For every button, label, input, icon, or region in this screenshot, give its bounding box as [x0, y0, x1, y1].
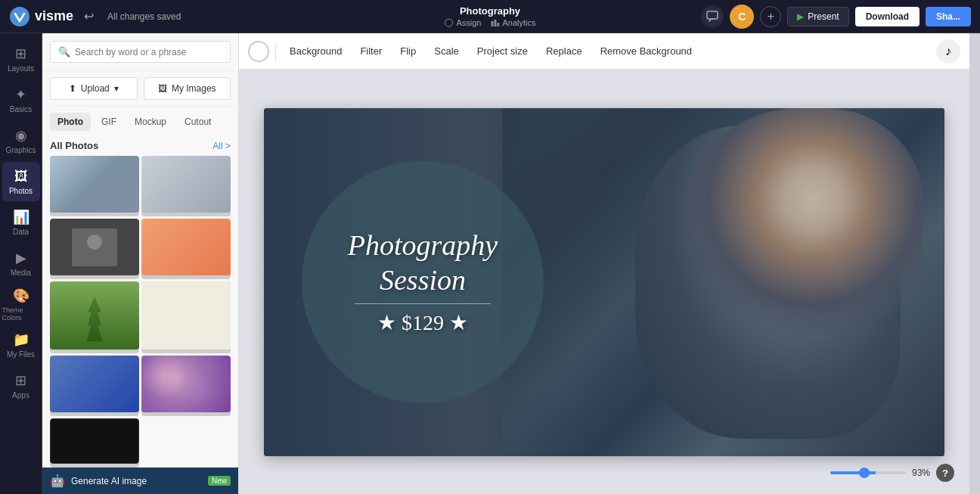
canvas-title: Photography Session [348, 228, 498, 297]
doc-title-text: Photography [444, 5, 535, 17]
analytics-link[interactable]: Analytics [491, 18, 536, 27]
tab-photo[interactable]: Photo [50, 113, 91, 131]
right-scrollbar[interactable] [969, 33, 980, 494]
logo: visme [9, 6, 73, 27]
left-panel: 🔍 ⬆ Upload ▾ 🖼 My Images Photo GIF Mocku… [42, 33, 239, 494]
panel-tabs: Photo GIF Mockup Cutout [42, 107, 238, 137]
add-button[interactable]: + [760, 6, 781, 27]
list-item[interactable] [141, 281, 231, 353]
panel-section-header: All Photos All > [42, 137, 238, 156]
photo-woman-area [502, 108, 944, 456]
sidebar-item-basics[interactable]: ✦ Basics [2, 80, 40, 120]
data-label: Data [13, 228, 29, 236]
my-images-button[interactable]: 🖼 My Images [144, 77, 231, 100]
sidebar-item-graphics[interactable]: ◉ Graphics [2, 121, 40, 160]
my-files-label: My Files [7, 350, 35, 359]
visme-logo-icon [9, 6, 30, 27]
zoom-bar: 93% ? [830, 464, 954, 482]
list-item[interactable] [141, 219, 231, 279]
list-item[interactable] [50, 219, 139, 279]
apps-label: Apps [12, 391, 29, 399]
tab-mockup[interactable]: Mockup [127, 113, 174, 131]
share-button[interactable]: Sha... [926, 7, 971, 26]
data-icon: 📊 [13, 209, 29, 225]
list-item[interactable] [141, 356, 231, 416]
topbar: visme ↩ All changes saved Photography As… [0, 0, 980, 33]
sidebar-item-my-files[interactable]: 📁 My Files [2, 325, 40, 365]
filter-button[interactable]: Filter [352, 42, 389, 61]
help-button[interactable]: ? [936, 464, 954, 482]
svg-rect-5 [707, 11, 718, 19]
theme-colors-icon: 🎨 [13, 287, 29, 304]
tab-gif[interactable]: GIF [94, 113, 124, 131]
user-avatar[interactable]: C [730, 5, 754, 29]
project-size-button[interactable]: Project size [470, 42, 535, 61]
undo-button[interactable]: ↩ [81, 6, 97, 26]
flip-button[interactable]: Flip [392, 42, 423, 61]
panel-actions: ⬆ Upload ▾ 🖼 My Images [42, 71, 238, 107]
ai-icon: 🤖 [50, 474, 65, 488]
sidebar-item-apps[interactable]: ⊞ Apps [2, 366, 40, 405]
search-box: 🔍 [50, 41, 231, 63]
svg-point-0 [10, 7, 29, 26]
top-toolbar: Background Filter Flip Scale Project siz… [239, 33, 969, 70]
panel-search: 🔍 [42, 33, 238, 71]
remove-background-button[interactable]: Remove Background [593, 42, 699, 61]
download-button[interactable]: Download [855, 7, 920, 26]
list-item[interactable] [50, 281, 139, 353]
play-icon: ▶ [797, 11, 804, 22]
svg-rect-4 [498, 23, 500, 26]
upload-button[interactable]: ⬆ Upload ▾ [50, 77, 138, 100]
section-all-link[interactable]: All > [212, 141, 231, 151]
background-button[interactable]: Background [282, 42, 349, 61]
sidebar-item-data[interactable]: 📊 Data [2, 203, 40, 242]
theme-colors-label: Theme Colors [2, 306, 40, 322]
icon-sidebar: ⊞ Layouts ✦ Basics ◉ Graphics 🖼 Photos 📊… [0, 33, 42, 494]
chat-button[interactable] [701, 5, 724, 28]
list-item[interactable] [50, 356, 139, 416]
assign-link[interactable]: Assign [444, 18, 481, 27]
graphics-label: Graphics [5, 146, 36, 154]
sidebar-item-layouts[interactable]: ⊞ Layouts [2, 39, 40, 79]
ai-generate-bar[interactable]: 🤖 Generate AI image New [42, 468, 238, 494]
list-item[interactable] [50, 156, 139, 216]
svg-point-1 [445, 19, 452, 26]
scale-button[interactable]: Scale [426, 42, 467, 61]
ai-new-badge: New [208, 476, 231, 486]
present-button[interactable]: ▶ Present [787, 7, 848, 26]
upload-chevron-icon: ▾ [114, 83, 119, 94]
canvas-circle-overlay: Photography Session ★ $129 ★ [302, 161, 544, 403]
sidebar-item-media[interactable]: ▶ Media [2, 244, 40, 283]
canvas-divider [355, 303, 491, 304]
photos-icon: 🖼 [14, 169, 28, 185]
svg-rect-3 [495, 20, 497, 26]
layouts-label: Layouts [8, 64, 34, 73]
visme-logo-text: visme [35, 8, 73, 24]
replace-button[interactable]: Replace [538, 42, 590, 61]
basics-label: Basics [10, 105, 32, 113]
sidebar-item-photos[interactable]: 🖼 Photos [2, 162, 40, 201]
music-button[interactable]: ♪ [936, 39, 960, 64]
music-icon: ♪ [945, 45, 951, 58]
canvas-area: Background Filter Flip Scale Project siz… [239, 33, 969, 494]
list-item[interactable] [50, 418, 139, 468]
zoom-percentage: 93% [912, 468, 930, 478]
main-layout: ⊞ Layouts ✦ Basics ◉ Graphics 🖼 Photos 📊… [0, 33, 980, 494]
photos-label: Photos [9, 187, 33, 195]
zoom-slider[interactable] [830, 471, 906, 474]
sidebar-item-theme-colors[interactable]: 🎨 Theme Colors [2, 284, 40, 324]
search-input[interactable] [75, 47, 222, 57]
topbar-right: C + ▶ Present Download Sha... [701, 5, 971, 29]
upload-icon: ⬆ [69, 83, 76, 94]
tab-cutout[interactable]: Cutout [177, 113, 219, 131]
svg-rect-2 [492, 21, 494, 26]
ai-label: Generate AI image [71, 476, 147, 486]
canvas-frame[interactable]: Photography Session ★ $129 ★ [264, 108, 944, 456]
media-label: Media [11, 269, 31, 277]
toolbar-circle-selector[interactable] [248, 41, 269, 62]
media-icon: ▶ [16, 250, 26, 266]
basics-icon: ✦ [15, 86, 26, 103]
search-icon: 🔍 [58, 46, 70, 57]
list-item[interactable] [141, 156, 231, 216]
document-title: Photography Assign Analytics [444, 5, 535, 27]
